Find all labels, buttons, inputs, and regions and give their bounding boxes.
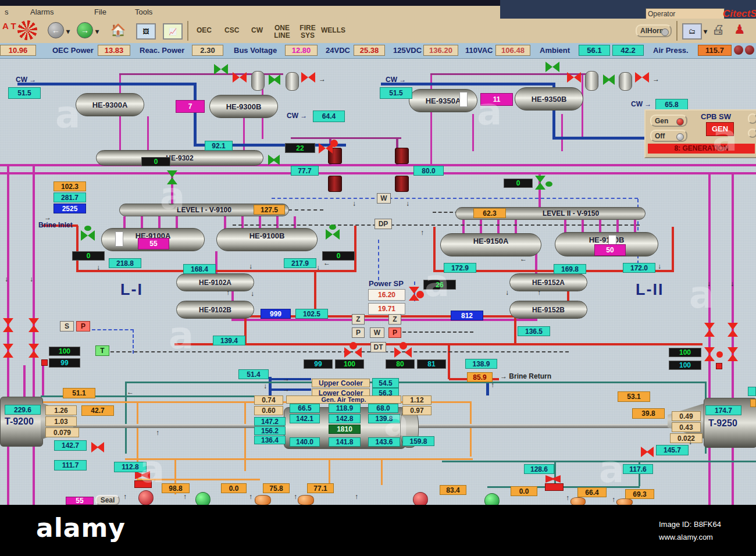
forward-button[interactable]: → [77, 22, 93, 38]
valve-actuator [716, 351, 723, 358]
toolbar-divider [187, 21, 188, 41]
value-0-97: 0.97 [402, 406, 432, 415]
control-valve-icon[interactable] [269, 74, 280, 84]
vessel-he9350b[interactable]: HE-9350B [515, 87, 583, 111]
control-valve-icon[interactable] [603, 74, 615, 84]
block-valve-icon[interactable] [28, 344, 39, 358]
block-valve-icon[interactable] [704, 347, 715, 361]
clipped-button[interactable] [748, 113, 756, 124]
vessel-he9150a[interactable]: HE-9150A [440, 233, 541, 256]
vessel-he9152a[interactable]: HE-9152A [509, 273, 587, 291]
red-valve-icon[interactable] [91, 442, 104, 451]
nav-button-one-line[interactable]: ONE LINE [272, 24, 292, 40]
page-view-icon[interactable]: 🖼 [136, 23, 156, 40]
nav-button-wells[interactable]: WELLS [321, 27, 345, 34]
control-valve-icon[interactable] [545, 62, 559, 72]
off-select-button[interactable]: Off [650, 130, 687, 142]
vessel-he9300a[interactable]: HE-9300A [76, 93, 144, 116]
value-112-8: 112.8 [114, 462, 147, 472]
vessel-he9102b[interactable]: HE-9102B [176, 301, 254, 319]
tag-w2[interactable]: W [370, 327, 384, 338]
upper-cooler-label: Upper Cooler [312, 379, 370, 387]
value-99-mid: 99 [304, 359, 333, 369]
accumulator-tank [251, 71, 265, 91]
block-valve-icon[interactable] [728, 347, 738, 361]
tag-z2[interactable]: Z [388, 314, 401, 325]
flow-arrow: ↓ [730, 280, 734, 287]
gt-l1: 147.2 [254, 417, 286, 426]
value-229-6: 229.6 [5, 405, 41, 415]
gt-r2c2: 142.8 [329, 414, 361, 423]
red-valve-icon[interactable] [567, 72, 581, 83]
pump-icon-orange[interactable] [255, 495, 271, 505]
control-valve-icon[interactable] [81, 230, 95, 241]
nav-button-fire-sys[interactable]: FIRE SYS [298, 24, 318, 40]
brine-pipe [433, 227, 436, 272]
control-valve-icon[interactable] [268, 155, 280, 164]
nav-button-csc[interactable]: CSC [224, 27, 239, 34]
tag-p1[interactable]: P [352, 327, 365, 338]
pipe [599, 219, 601, 233]
block-valve-icon[interactable] [3, 318, 13, 332]
nav-button-oec[interactable]: OEC [197, 27, 212, 34]
clipped-box [750, 399, 756, 407]
red-valve-icon[interactable] [641, 447, 654, 456]
tag-p2[interactable]: P [388, 327, 401, 338]
user-icon[interactable]: ♟ [734, 22, 746, 37]
back-button[interactable]: ← [48, 22, 64, 38]
forward-dropdown-icon[interactable]: ▾ [95, 28, 99, 35]
cw-pipe [194, 83, 197, 147]
brine-pipe [354, 226, 356, 272]
vessel-he9300b[interactable]: HE-9300B [209, 95, 278, 118]
pipe [231, 319, 537, 321]
tag-dp[interactable]: DP [375, 219, 392, 229]
tag-p-left[interactable]: P [76, 321, 90, 332]
printer-icon[interactable]: 🖨 [712, 22, 725, 37]
pipe [125, 382, 707, 383]
block-valve-icon[interactable] [704, 323, 715, 337]
control-valve-icon[interactable] [326, 229, 340, 240]
operator-field[interactable] [646, 8, 725, 19]
back-dropdown-icon[interactable]: ▾ [66, 28, 70, 35]
window-select-icon[interactable]: 🗂 [682, 23, 702, 40]
generation-banner: 8: GENERATION [648, 144, 755, 154]
block-valve-icon[interactable] [28, 318, 39, 332]
red-valve-icon[interactable] [635, 72, 649, 83]
block-valve-icon[interactable] [728, 323, 738, 337]
nav-button-cw[interactable]: CW [251, 27, 263, 34]
tag-z1[interactable]: Z [352, 314, 365, 325]
menu-item-tools[interactable]: Tools [135, 8, 152, 16]
vessel-he9152b[interactable]: HE-9152B [509, 301, 587, 319]
gen-mode-button[interactable]: GEN [706, 122, 734, 136]
cw-inlet-label-left: CW → [16, 76, 36, 84]
window-select-dropdown-icon[interactable]: ▾ [704, 28, 707, 35]
menu-item-alarms[interactable]: Alarms [30, 8, 54, 16]
flow-arrow: ↑ [612, 496, 615, 503]
vessel-he9302[interactable]: HE-9302 [96, 150, 263, 166]
pump-icon-orange[interactable] [298, 495, 314, 505]
red-valve-icon[interactable] [233, 72, 247, 83]
value-53-1: 53.1 [618, 391, 650, 402]
control-valve-icon[interactable] [167, 170, 177, 184]
pump-icon-red[interactable] [138, 490, 154, 505]
tag-t[interactable]: T [95, 345, 109, 356]
trend-view-icon[interactable]: 📈 [163, 23, 183, 40]
tag-dt[interactable]: DT [370, 342, 386, 352]
vessel-he9100b[interactable]: HE-9100B [216, 228, 318, 251]
menu-item-file[interactable]: File [94, 8, 106, 16]
menu-item-partial[interactable]: s [5, 8, 9, 16]
control-valve-icon[interactable] [214, 64, 228, 74]
gen-select-button[interactable]: Gen [650, 115, 687, 127]
vessel-he9102a[interactable]: HE-9102A [176, 273, 254, 291]
red-valve-icon[interactable] [301, 72, 315, 83]
seal-button[interactable]: Seal [95, 495, 120, 505]
home-icon[interactable]: 🏠 [110, 23, 126, 37]
clipped-button[interactable] [748, 129, 756, 138]
tag-s[interactable]: S [60, 321, 74, 332]
tag-w-steam[interactable]: W [377, 193, 391, 204]
brine-pipe [448, 344, 450, 379]
alarm-horn-button[interactable]: AlHorn [636, 24, 672, 37]
block-valve-icon[interactable] [3, 344, 13, 358]
value-128-6: 128.6 [524, 464, 554, 474]
control-valve-icon[interactable] [535, 176, 545, 190]
